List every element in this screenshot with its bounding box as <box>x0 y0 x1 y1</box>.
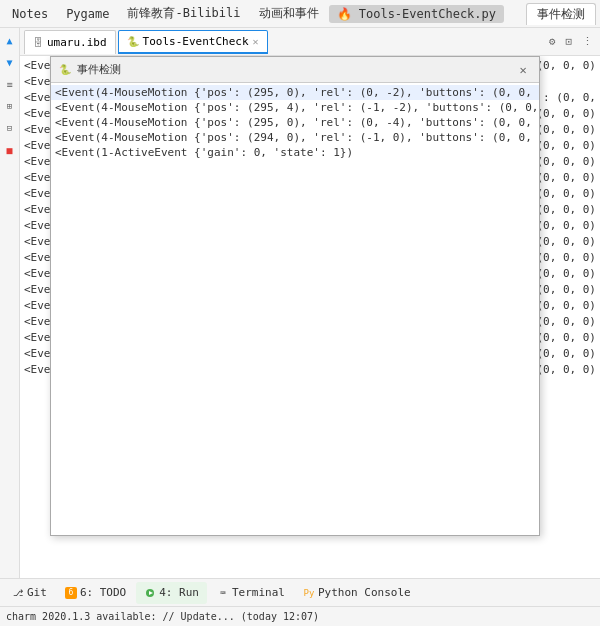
code-output[interactable]: <Event(4-MouseMotion {'pos': (0, 0, 0) <… <box>20 56 600 578</box>
status-text: charm 2020.1.3 available: // Update... (… <box>6 611 319 622</box>
tab-close-icon[interactable]: ✕ <box>253 36 259 47</box>
sidebar-print-icon[interactable]: ⊟ <box>2 120 18 136</box>
popup-line-5: <Event(1-ActiveEvent {'gain': 0, 'state'… <box>51 145 539 160</box>
terminal-icon: ⌨ <box>217 587 229 599</box>
tab-label-eventcheck: Tools-EventCheck <box>143 35 249 48</box>
popup-content[interactable]: <Event(4-MouseMotion {'pos': (295, 0), '… <box>51 83 539 535</box>
menu-eventcheck[interactable]: 🔥 Tools-EventCheck.py <box>329 5 505 23</box>
gear-icon[interactable]: ⚙ <box>546 35 559 48</box>
file-tabs: 🗄 umaru.ibd 🐍 Tools-EventCheck ✕ ⚙ ⊡ ⋮ <box>20 28 600 56</box>
file-tab-umaru[interactable]: 🗄 umaru.ibd <box>24 30 116 54</box>
tab-event-check[interactable]: 事件检测 <box>526 3 596 25</box>
popup-icon: 🐍 <box>59 64 71 75</box>
popup-dialog: 🐍 事件检测 ✕ <Event(4-MouseMotion {'pos': (2… <box>50 56 540 536</box>
popup-title: 事件检测 <box>77 62 509 77</box>
editor-container: 🗄 umaru.ibd 🐍 Tools-EventCheck ✕ ⚙ ⊡ ⋮ <… <box>20 28 600 578</box>
popup-title-bar: 🐍 事件检测 ✕ <box>51 57 539 83</box>
python-icon: Py <box>303 587 315 599</box>
menu-bar: Notes Pygame 前锋教育-Bilibili 动画和事件 🔥 Tools… <box>0 0 600 28</box>
popup-line-1: <Event(4-MouseMotion {'pos': (295, 0), '… <box>51 85 539 100</box>
todo-icon: 6 <box>65 587 77 599</box>
sidebar-down-icon[interactable]: ▼ <box>2 54 18 70</box>
popup-line-4: <Event(4-MouseMotion {'pos': (294, 0), '… <box>51 130 539 145</box>
git-icon: ⎇ <box>12 587 24 599</box>
menu-notes[interactable]: Notes <box>4 5 56 23</box>
run-icon <box>144 587 156 599</box>
menu-animation[interactable]: 动画和事件 <box>251 3 327 24</box>
popup-line-2: <Event(4-MouseMotion {'pos': (295, 4), '… <box>51 100 539 115</box>
popup-line-3: <Event(4-MouseMotion {'pos': (295, 0), '… <box>51 115 539 130</box>
tab-label-umaru: umaru.ibd <box>47 36 107 49</box>
file-tab-eventcheck[interactable]: 🐍 Tools-EventCheck ✕ <box>118 30 268 54</box>
sidebar-stop-icon[interactable]: ■ <box>2 142 18 158</box>
python-console-button[interactable]: Py Python Console <box>295 582 419 604</box>
sidebar-up-icon[interactable]: ▲ <box>2 32 18 48</box>
git-button[interactable]: ⎇ Git <box>4 582 55 604</box>
flame-icon: 🔥 <box>337 7 352 21</box>
terminal-button[interactable]: ⌨ Terminal <box>209 582 293 604</box>
file-tabs-actions: ⚙ ⊡ ⋮ <box>546 35 596 48</box>
bottom-toolbar: ⎇ Git 6 6: TODO 4: Run ⌨ Terminal Py Pyt… <box>0 578 600 606</box>
maximize-icon[interactable]: ⊡ <box>562 35 575 48</box>
popup-close-icon[interactable]: ✕ <box>515 62 531 78</box>
sidebar: ▲ ▼ ≡ ⊞ ⊟ ■ <box>0 28 20 578</box>
code-text-right-3: : (0, 0, <box>535 90 596 106</box>
menu-bilibili[interactable]: 前锋教育-Bilibili <box>119 3 248 24</box>
status-bar: charm 2020.1.3 available: // Update... (… <box>0 606 600 626</box>
main-area: ▲ ▼ ≡ ⊞ ⊟ ■ 🗄 umaru.ibd 🐍 Tools-EventChe… <box>0 28 600 578</box>
db-icon: 🗄 <box>33 37 43 48</box>
todo-button[interactable]: 6 6: TODO <box>57 582 134 604</box>
run-button[interactable]: 4: Run <box>136 582 207 604</box>
sidebar-list-icon[interactable]: ≡ <box>2 76 18 92</box>
sidebar-grid-icon[interactable]: ⊞ <box>2 98 18 114</box>
py-icon: 🐍 <box>127 36 139 47</box>
menu-pygame[interactable]: Pygame <box>58 5 117 23</box>
more-icon[interactable]: ⋮ <box>579 35 596 48</box>
